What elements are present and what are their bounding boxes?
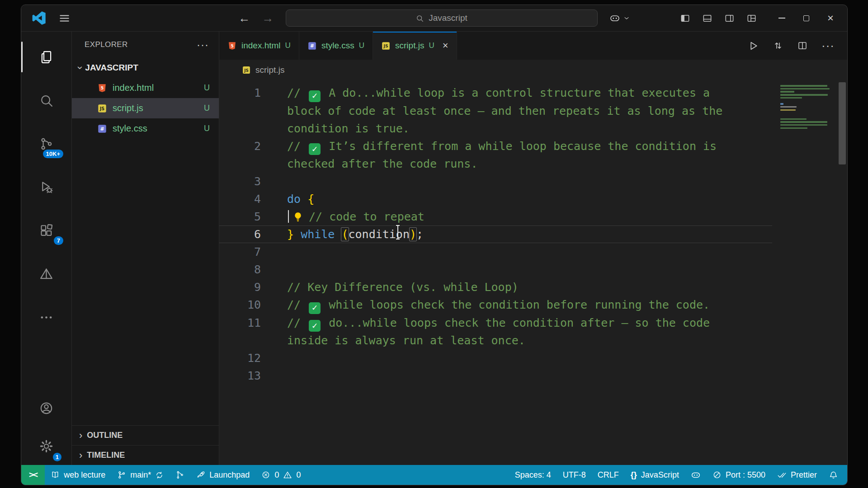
tab-script-js[interactable]: JS script.js U × — [373, 32, 457, 60]
activity-prism[interactable] — [21, 252, 71, 296]
eol-label: CRLF — [598, 470, 619, 480]
scrollbar[interactable] — [837, 80, 847, 465]
formatter-item[interactable]: Prettier — [771, 465, 823, 485]
activity-extensions[interactable]: 7 — [21, 209, 71, 252]
code-row[interactable]: 9// Key Difference (vs. while Loop) — [219, 278, 772, 296]
prism-icon — [39, 267, 54, 282]
compare-changes-icon[interactable] — [773, 40, 783, 51]
copilot-status-item[interactable] — [685, 465, 707, 485]
warning-count: 0 — [296, 470, 301, 480]
language-mode-item[interactable]: {} JavaScript — [625, 465, 685, 485]
code-row[interactable]: 5// code to repeat — [219, 208, 772, 225]
code-row[interactable]: condition is true. — [219, 120, 772, 137]
outline-panel-header[interactable]: › OUTLINE — [72, 425, 219, 445]
minimap-line — [780, 88, 830, 90]
code-row[interactable]: 10// ✓ while loops check the condition b… — [219, 296, 772, 314]
code-row[interactable]: 7 — [219, 243, 772, 261]
code-row[interactable]: checked after the code runs. — [219, 155, 772, 173]
code-row[interactable]: 8 — [219, 261, 772, 278]
code-row[interactable]: block of code at least once — and then r… — [219, 102, 772, 120]
tab-index-html[interactable]: 5 index.html U — [219, 32, 299, 60]
breadcrumb[interactable]: JS script.js — [219, 60, 847, 80]
minimize-button[interactable] — [769, 5, 794, 31]
minimap-line — [780, 97, 802, 99]
editor-actions: ··· — [748, 32, 847, 60]
toggle-sidebar-button[interactable] — [680, 13, 690, 23]
scrollbar-thumb[interactable] — [839, 82, 846, 164]
code-row[interactable]: 13 — [219, 367, 772, 385]
explorer-actions-button[interactable]: ··· — [197, 38, 209, 51]
problems-item[interactable]: 0 0 — [255, 465, 307, 485]
timeline-panel-header[interactable]: › TIMELINE — [72, 445, 219, 465]
extensions-icon — [39, 223, 54, 238]
git-branch-icon — [117, 470, 126, 479]
git-status-badge: U — [204, 124, 210, 133]
code-row[interactable]: 4do { — [219, 190, 772, 208]
double-check-icon — [777, 470, 787, 480]
activity-search[interactable] — [21, 79, 71, 122]
code-text: // ✓ while loops check the condition bef… — [287, 296, 710, 314]
code-row[interactable]: inside is always run at least once. — [219, 332, 772, 349]
file-index-html[interactable]: 5 index.html U — [72, 78, 219, 98]
copilot-menu-button[interactable] — [609, 13, 630, 23]
git-branch-item[interactable]: main* — [111, 465, 170, 485]
back-button[interactable]: ← — [239, 12, 250, 24]
file-name: script.js — [113, 103, 143, 113]
line-number: 11 — [219, 314, 287, 332]
activity-run-debug[interactable] — [21, 165, 71, 209]
minimap-line — [780, 127, 807, 129]
web-lecture-item[interactable]: web lecture — [45, 465, 111, 485]
notifications-item[interactable] — [823, 465, 847, 485]
tab-style-css[interactable]: # style.css U — [299, 32, 373, 60]
code-row[interactable]: 1// ✓ A do...while loop is a control str… — [219, 84, 772, 102]
git-status-badge: U — [204, 103, 210, 113]
code-row[interactable]: 6} while (condition); — [219, 225, 772, 243]
search-input[interactable]: Javascript — [286, 9, 598, 27]
file-script-js[interactable]: JS script.js U — [72, 98, 219, 118]
js-icon: JS — [242, 66, 251, 75]
folder-javascript[interactable]: › JAVASCRIPT — [72, 58, 219, 78]
code-text: // ✓ A do...while loop is a control stru… — [287, 84, 710, 102]
git-status-badge: U — [285, 41, 291, 50]
check-emoji: ✓ — [309, 143, 321, 155]
split-editor-button[interactable] — [797, 40, 808, 51]
code-row[interactable]: 3 — [219, 173, 772, 190]
chevron-right-icon: › — [79, 430, 82, 441]
sidebar-title: EXPLORER — [85, 40, 128, 49]
toggle-secondary-sidebar-button[interactable] — [724, 13, 735, 23]
code-row[interactable]: 12 — [219, 349, 772, 367]
activity-bottom: 1 — [21, 389, 71, 465]
live-server-port-item[interactable]: Port : 5500 — [707, 465, 771, 485]
code-row[interactable]: 11// ✓ do...while loops check the condit… — [219, 314, 772, 332]
titlebar-right: × — [680, 5, 847, 31]
file-style-css[interactable]: # style.css U — [72, 118, 219, 139]
code-row[interactable]: 2// ✓ It’s different from a while loop b… — [219, 137, 772, 155]
launchpad-item[interactable]: Launchpad — [190, 465, 255, 485]
svg-text:#: # — [310, 43, 314, 48]
forward-button[interactable]: → — [262, 12, 274, 24]
git-graph-item[interactable] — [170, 465, 190, 485]
account-button[interactable] — [21, 389, 71, 427]
settings-button[interactable]: 1 — [21, 427, 71, 465]
customize-layout-button[interactable] — [746, 13, 757, 23]
close-button[interactable]: × — [818, 5, 843, 31]
minimap[interactable] — [780, 85, 834, 136]
code-editor[interactable]: 1// ✓ A do...while loop is a control str… — [219, 80, 847, 465]
tab-label: script.js — [395, 41, 424, 51]
run-button[interactable] — [748, 40, 759, 52]
activity-explorer[interactable] — [21, 35, 71, 79]
activity-source-control[interactable]: 10K+ — [21, 122, 71, 165]
menu-button[interactable] — [58, 12, 70, 24]
maximize-button[interactable] — [794, 5, 818, 31]
remote-indicator[interactable]: >< — [21, 465, 45, 485]
eol-item[interactable]: CRLF — [592, 465, 625, 485]
indentation-item[interactable]: Spaces: 4 — [509, 465, 557, 485]
activity-more[interactable] — [21, 296, 71, 339]
title-bar: ← → Javascript — [21, 5, 847, 32]
encoding-item[interactable]: UTF-8 — [557, 465, 592, 485]
close-tab-button[interactable]: × — [443, 41, 448, 51]
svg-text:5: 5 — [231, 43, 233, 48]
code-text: do { — [287, 190, 314, 208]
toggle-panel-button[interactable] — [702, 13, 712, 23]
code-text: // ✓ do...while loops check the conditio… — [287, 314, 710, 332]
